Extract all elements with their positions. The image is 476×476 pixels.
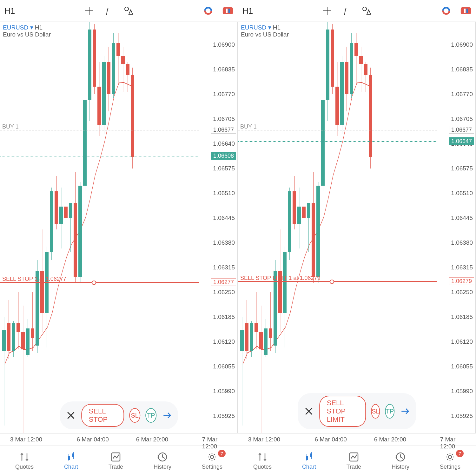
candle bbox=[112, 22, 115, 433]
current-price-line bbox=[238, 141, 437, 142]
nav-quotes[interactable]: Quotes bbox=[15, 452, 34, 470]
candle bbox=[293, 22, 296, 433]
candle bbox=[93, 22, 96, 433]
close-icon[interactable] bbox=[303, 406, 314, 417]
symbol-line[interactable]: EURUSD ▾ H1 bbox=[241, 24, 289, 31]
svg-point-37 bbox=[448, 455, 452, 459]
candle bbox=[107, 22, 110, 433]
indicators-icon[interactable]: f bbox=[341, 5, 352, 16]
one-click-trade-icon[interactable] bbox=[460, 5, 471, 16]
crosshair-icon[interactable] bbox=[322, 5, 333, 16]
price-tick: 1.06380 bbox=[451, 239, 473, 246]
price-tick: 1.06510 bbox=[451, 190, 473, 197]
candle bbox=[245, 22, 248, 433]
candle bbox=[45, 22, 49, 433]
tp-button[interactable]: TP bbox=[145, 408, 156, 423]
one-click-trade-icon[interactable] bbox=[222, 5, 233, 16]
price-tick: 1.06705 bbox=[451, 116, 473, 122]
price-tick: 1.06835 bbox=[451, 66, 473, 73]
cycle-icon[interactable] bbox=[203, 5, 214, 16]
chart-toolbar: H1 f bbox=[238, 0, 476, 22]
nav-chart[interactable]: Chart bbox=[64, 452, 78, 470]
buy-position-line[interactable]: BUY 1 bbox=[0, 130, 199, 130]
pending-order-line[interactable]: SELL STOP 1 at 1.06277 bbox=[0, 282, 199, 283]
chart-icon bbox=[66, 452, 76, 462]
chart-area[interactable]: EURUSD ▾ H1 Euro vs US Dollar bbox=[238, 22, 476, 433]
arrow-right-icon[interactable] bbox=[162, 410, 172, 421]
nav-trade[interactable]: Trade bbox=[109, 452, 123, 470]
nav-label: Settings bbox=[202, 464, 222, 470]
candle bbox=[126, 22, 129, 433]
chart-area[interactable]: EURUSD ▾ H1 Euro vs US Dollar bbox=[0, 22, 238, 433]
nav-quotes[interactable]: Quotes bbox=[253, 452, 272, 470]
order-type-button[interactable]: SELL STOP bbox=[81, 404, 124, 427]
bottom-nav: Quotes Chart Trade History Settings 7 bbox=[0, 446, 238, 476]
bottom-nav: Quotes Chart Trade History Settings 7 bbox=[238, 446, 476, 476]
candle bbox=[307, 22, 310, 433]
indicators-icon[interactable]: f bbox=[103, 5, 114, 16]
candle bbox=[88, 22, 91, 433]
nav-history[interactable]: History bbox=[392, 452, 409, 470]
timeframe-selector[interactable]: H1 bbox=[242, 6, 253, 16]
nav-label: Settings bbox=[440, 464, 460, 470]
nav-label: History bbox=[392, 464, 409, 470]
price-tick: 1.05990 bbox=[451, 388, 473, 395]
time-tick: 7 Mar 12:00 bbox=[440, 436, 464, 450]
settings-icon bbox=[207, 452, 217, 462]
candle bbox=[121, 22, 125, 433]
time-tick: 7 Mar 12:00 bbox=[202, 436, 226, 450]
svg-rect-7 bbox=[226, 9, 228, 13]
objects-icon[interactable] bbox=[123, 5, 134, 16]
nav-trade[interactable]: Trade bbox=[347, 452, 361, 470]
nav-chart[interactable]: Chart bbox=[302, 452, 316, 470]
price-tick: 1.06315 bbox=[213, 264, 235, 271]
candle bbox=[345, 22, 348, 433]
svg-point-3 bbox=[125, 7, 129, 11]
price-tick: 1.05990 bbox=[213, 388, 235, 395]
quotes-icon bbox=[257, 452, 268, 462]
candle bbox=[331, 22, 334, 433]
sl-button[interactable]: SL bbox=[371, 404, 380, 419]
price-tick: 1.06055 bbox=[451, 363, 473, 370]
drag-handle-icon[interactable] bbox=[92, 281, 96, 285]
time-tick: 3 Mar 12:00 bbox=[248, 436, 280, 443]
svg-rect-6 bbox=[223, 7, 233, 14]
nav-label: History bbox=[154, 464, 171, 470]
order-type-button[interactable]: SELL STOP LIMIT bbox=[319, 396, 366, 427]
candlestick-series bbox=[238, 22, 437, 433]
close-icon[interactable] bbox=[65, 410, 76, 421]
svg-text:f: f bbox=[344, 6, 347, 16]
candle bbox=[269, 22, 272, 433]
nav-history[interactable]: History bbox=[154, 452, 171, 470]
candle bbox=[297, 22, 301, 433]
buy-position-line[interactable]: BUY 1 bbox=[238, 130, 437, 130]
candle bbox=[83, 22, 87, 433]
price-tick: 1.06185 bbox=[451, 314, 473, 321]
time-axis: 3 Mar 12:006 Mar 04:006 Mar 20:007 Mar 1… bbox=[0, 433, 238, 446]
cycle-icon[interactable] bbox=[441, 5, 452, 16]
current-price-line bbox=[0, 156, 199, 156]
trade-icon bbox=[110, 452, 121, 462]
arrow-right-icon[interactable] bbox=[400, 406, 410, 417]
chart-icon bbox=[304, 452, 314, 462]
candle bbox=[312, 22, 315, 433]
pending-order-line[interactable]: SELL STOP LIMIT 1 at 1.06279 bbox=[238, 281, 437, 282]
drag-handle-icon[interactable] bbox=[330, 280, 334, 284]
crosshair-icon[interactable] bbox=[84, 5, 95, 16]
sl-button[interactable]: SL bbox=[129, 408, 140, 423]
candle bbox=[274, 22, 277, 433]
svg-rect-25 bbox=[461, 7, 471, 14]
tp-button[interactable]: TP bbox=[385, 404, 395, 419]
price-tick: 1.06185 bbox=[213, 314, 235, 321]
nav-settings[interactable]: Settings 7 bbox=[202, 452, 222, 470]
trade-icon bbox=[348, 452, 359, 462]
timeframe-selector[interactable]: H1 bbox=[4, 6, 15, 16]
candle bbox=[12, 22, 15, 433]
price-tick: 1.06445 bbox=[213, 215, 235, 221]
objects-icon[interactable] bbox=[361, 5, 372, 16]
candle bbox=[278, 22, 282, 433]
nav-settings[interactable]: Settings 7 bbox=[440, 452, 460, 470]
symbol-line[interactable]: EURUSD ▾ H1 bbox=[3, 24, 51, 31]
time-tick: 3 Mar 12:00 bbox=[10, 436, 42, 443]
price-tick: 1.05925 bbox=[451, 413, 473, 420]
